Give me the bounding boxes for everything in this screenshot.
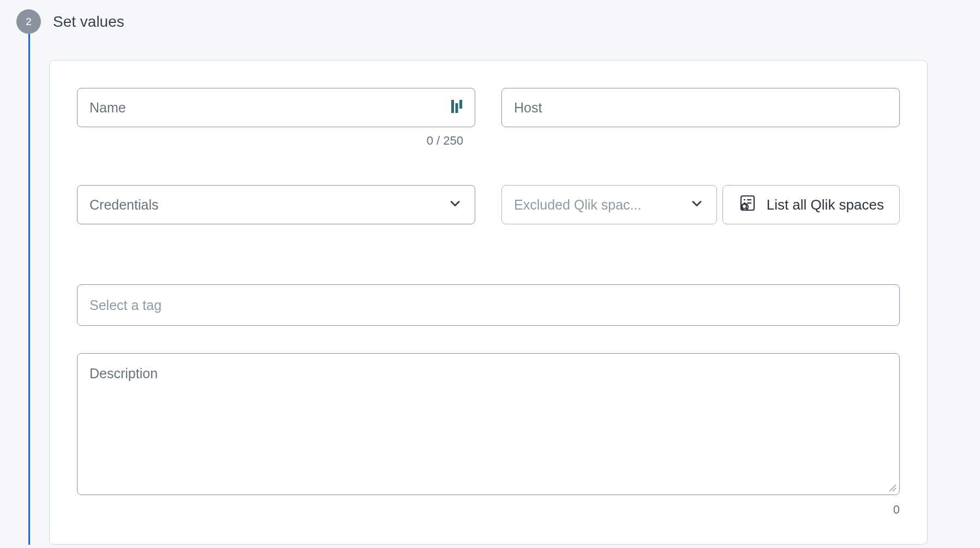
credentials-select[interactable]: Credentials <box>77 185 475 224</box>
description-char-counter: 0 <box>77 503 900 517</box>
step-header: 2 Set values <box>16 9 980 34</box>
name-placeholder: Name <box>89 100 451 116</box>
tag-placeholder: Select a tag <box>89 297 887 313</box>
description-placeholder: Description <box>89 366 158 381</box>
step-title: Set values <box>53 13 124 31</box>
svg-line-13 <box>893 488 896 491</box>
list-search-icon <box>738 194 757 216</box>
name-field[interactable]: Name <box>77 88 475 127</box>
svg-rect-2 <box>459 100 462 109</box>
svg-rect-1 <box>456 103 458 113</box>
password-manager-icon[interactable] <box>451 99 463 116</box>
excluded-spaces-placeholder: Excluded Qlik spac... <box>514 197 689 213</box>
chevron-down-icon <box>447 196 463 213</box>
excluded-spaces-select[interactable]: Excluded Qlik spac... <box>501 185 717 224</box>
resize-handle-icon[interactable] <box>888 484 897 492</box>
step-connector-line <box>28 34 30 545</box>
tag-select[interactable]: Select a tag <box>77 284 900 326</box>
host-field[interactable]: Host <box>501 88 900 127</box>
list-button-label: List all Qlik spaces <box>767 196 884 213</box>
step-number-badge: 2 <box>16 9 41 34</box>
list-all-spaces-button[interactable]: List all Qlik spaces <box>722 185 900 224</box>
form-card: Name 0 / 250 Host <box>49 60 928 545</box>
description-field[interactable]: Description <box>77 353 900 495</box>
svg-rect-0 <box>451 100 454 113</box>
chevron-down-icon <box>689 196 704 213</box>
step-number: 2 <box>26 16 32 28</box>
name-char-counter: 0 / 250 <box>77 134 475 148</box>
host-placeholder: Host <box>514 100 887 116</box>
credentials-placeholder: Credentials <box>89 197 447 213</box>
svg-line-12 <box>889 485 896 491</box>
